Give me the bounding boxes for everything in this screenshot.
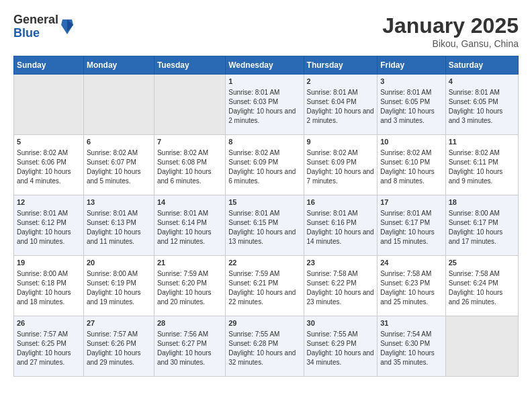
- calendar-cell: 22 Sunrise: 7:59 AM Sunset: 6:21 PM Dayl…: [226, 256, 304, 316]
- sunrise-text: Sunrise: 8:02 AM: [307, 149, 358, 156]
- daylight-text: Daylight: 10 hours and 20 minutes.: [157, 289, 212, 306]
- sunset-text: Sunset: 6:26 PM: [87, 340, 136, 347]
- daylight-text: Daylight: 10 hours and 30 minutes.: [157, 349, 212, 366]
- day-number: 31: [380, 318, 443, 328]
- sunset-text: Sunset: 6:21 PM: [228, 279, 278, 287]
- day-number: 12: [17, 197, 81, 208]
- day-number: 19: [17, 258, 81, 268]
- calendar-header: Sunday Monday Tuesday Wednesday Thursday…: [14, 56, 519, 75]
- sunset-text: Sunset: 6:12 PM: [17, 219, 66, 226]
- day-number: 5: [17, 137, 81, 147]
- sunrise-text: Sunrise: 8:02 AM: [87, 149, 138, 156]
- sunset-text: Sunset: 6:27 PM: [157, 340, 207, 347]
- daylight-text: Daylight: 10 hours and 15 minutes.: [380, 228, 435, 245]
- sunset-text: Sunset: 6:17 PM: [449, 219, 498, 226]
- daylight-text: Daylight: 10 hours and 17 minutes.: [449, 228, 503, 245]
- sunrise-text: Sunrise: 8:00 AM: [449, 210, 500, 217]
- sunset-text: Sunset: 6:28 PM: [228, 340, 278, 347]
- sunset-text: Sunset: 6:24 PM: [449, 279, 498, 287]
- calendar-cell: 1 Sunrise: 8:01 AM Sunset: 6:03 PM Dayli…: [226, 75, 304, 135]
- sunrise-text: Sunrise: 7:55 AM: [228, 330, 279, 338]
- daylight-text: Daylight: 10 hours and 9 minutes.: [449, 168, 503, 185]
- daylight-text: Daylight: 10 hours and 3 minutes.: [380, 107, 435, 124]
- day-number: 17: [380, 197, 443, 208]
- calendar-cell: 7 Sunrise: 8:02 AM Sunset: 6:08 PM Dayli…: [154, 135, 225, 195]
- daylight-text: Daylight: 10 hours and 2 minutes.: [307, 107, 374, 124]
- sunrise-text: Sunrise: 7:55 AM: [307, 330, 358, 338]
- day-number: 14: [157, 197, 222, 208]
- calendar-week-1: 5 Sunrise: 8:02 AM Sunset: 6:06 PM Dayli…: [14, 135, 519, 195]
- page-header: General Blue January 2025 Bikou, Gansu, …: [13, 13, 519, 49]
- header-friday: Friday: [378, 56, 446, 75]
- day-number: 30: [307, 318, 375, 328]
- day-number: 11: [449, 137, 515, 147]
- daylight-text: Daylight: 10 hours and 23 minutes.: [307, 289, 374, 306]
- calendar-cell: 19 Sunrise: 8:00 AM Sunset: 6:18 PM Dayl…: [14, 256, 84, 316]
- calendar-cell: 31 Sunrise: 7:54 AM Sunset: 6:30 PM Dayl…: [378, 316, 446, 377]
- sunset-text: Sunset: 6:09 PM: [228, 158, 278, 166]
- sunrise-text: Sunrise: 7:54 AM: [380, 330, 431, 338]
- calendar-cell: 25 Sunrise: 7:58 AM Sunset: 6:24 PM Dayl…: [445, 256, 518, 316]
- daylight-text: Daylight: 10 hours and 10 minutes.: [17, 228, 71, 245]
- sunrise-text: Sunrise: 8:01 AM: [87, 210, 138, 217]
- calendar-body: 1 Sunrise: 8:01 AM Sunset: 6:03 PM Dayli…: [14, 75, 519, 377]
- day-number: 28: [157, 318, 222, 328]
- sunrise-text: Sunrise: 8:02 AM: [449, 149, 500, 156]
- sunset-text: Sunset: 6:19 PM: [87, 279, 136, 287]
- daylight-text: Daylight: 10 hours and 8 minutes.: [380, 168, 435, 185]
- sunset-text: Sunset: 6:06 PM: [17, 158, 66, 166]
- daylight-text: Daylight: 10 hours and 14 minutes.: [307, 228, 374, 245]
- sunset-text: Sunset: 6:16 PM: [307, 219, 357, 226]
- header-sunday: Sunday: [14, 56, 84, 75]
- calendar-cell: 9 Sunrise: 8:02 AM Sunset: 6:09 PM Dayli…: [304, 135, 378, 195]
- calendar-cell: 2 Sunrise: 8:01 AM Sunset: 6:04 PM Dayli…: [304, 75, 378, 135]
- header-wednesday: Wednesday: [226, 56, 304, 75]
- calendar-cell: 23 Sunrise: 7:58 AM Sunset: 6:22 PM Dayl…: [304, 256, 378, 316]
- header-saturday: Saturday: [445, 56, 518, 75]
- daylight-text: Daylight: 10 hours and 12 minutes.: [157, 228, 212, 245]
- daylight-text: Daylight: 10 hours and 13 minutes.: [228, 228, 296, 245]
- daylight-text: Daylight: 10 hours and 32 minutes.: [228, 349, 296, 366]
- location: Bikou, Gansu, China: [382, 38, 519, 49]
- logo: General Blue: [13, 13, 75, 40]
- logo-general-text: General: [13, 13, 58, 27]
- sunset-text: Sunset: 6:09 PM: [307, 158, 357, 166]
- sunset-text: Sunset: 6:10 PM: [380, 158, 430, 166]
- day-number: 4: [449, 77, 515, 87]
- calendar-cell: 14 Sunrise: 8:01 AM Sunset: 6:14 PM Dayl…: [154, 195, 225, 256]
- daylight-text: Daylight: 10 hours and 22 minutes.: [228, 289, 296, 306]
- calendar-week-2: 12 Sunrise: 8:01 AM Sunset: 6:12 PM Dayl…: [14, 195, 519, 256]
- sunrise-text: Sunrise: 8:01 AM: [17, 210, 68, 217]
- calendar-cell: 10 Sunrise: 8:02 AM Sunset: 6:10 PM Dayl…: [378, 135, 446, 195]
- calendar-table: Sunday Monday Tuesday Wednesday Thursday…: [13, 56, 519, 377]
- sunrise-text: Sunrise: 8:01 AM: [380, 89, 431, 96]
- sunset-text: Sunset: 6:05 PM: [449, 98, 498, 105]
- calendar-cell: 29 Sunrise: 7:55 AM Sunset: 6:28 PM Dayl…: [226, 316, 304, 377]
- day-number: 21: [157, 258, 222, 268]
- day-number: 9: [307, 137, 375, 147]
- daylight-text: Daylight: 10 hours and 18 minutes.: [17, 289, 71, 306]
- daylight-text: Daylight: 10 hours and 25 minutes.: [380, 289, 435, 306]
- day-number: 13: [87, 197, 151, 208]
- daylight-text: Daylight: 10 hours and 35 minutes.: [380, 349, 435, 366]
- sunset-text: Sunset: 6:17 PM: [380, 219, 430, 226]
- sunset-text: Sunset: 6:03 PM: [228, 98, 278, 105]
- sunrise-text: Sunrise: 7:56 AM: [157, 330, 208, 338]
- sunrise-text: Sunrise: 8:02 AM: [17, 149, 68, 156]
- daylight-text: Daylight: 10 hours and 6 minutes.: [228, 168, 296, 185]
- sunset-text: Sunset: 6:30 PM: [380, 340, 430, 347]
- sunset-text: Sunset: 6:04 PM: [307, 98, 357, 105]
- daylight-text: Daylight: 10 hours and 34 minutes.: [307, 349, 374, 366]
- sunset-text: Sunset: 6:22 PM: [307, 279, 357, 287]
- calendar-cell: 3 Sunrise: 8:01 AM Sunset: 6:05 PM Dayli…: [378, 75, 446, 135]
- calendar-cell: 21 Sunrise: 7:59 AM Sunset: 6:20 PM Dayl…: [154, 256, 225, 316]
- sunrise-text: Sunrise: 7:57 AM: [17, 330, 68, 338]
- calendar-cell: 8 Sunrise: 8:02 AM Sunset: 6:09 PM Dayli…: [226, 135, 304, 195]
- daylight-text: Daylight: 10 hours and 11 minutes.: [87, 228, 141, 245]
- header-tuesday: Tuesday: [154, 56, 225, 75]
- logo-blue-text: Blue: [13, 27, 58, 40]
- calendar-week-0: 1 Sunrise: 8:01 AM Sunset: 6:03 PM Dayli…: [14, 75, 519, 135]
- calendar-cell: 24 Sunrise: 7:58 AM Sunset: 6:23 PM Dayl…: [378, 256, 446, 316]
- sunset-text: Sunset: 6:18 PM: [17, 279, 66, 287]
- day-number: 6: [87, 137, 151, 147]
